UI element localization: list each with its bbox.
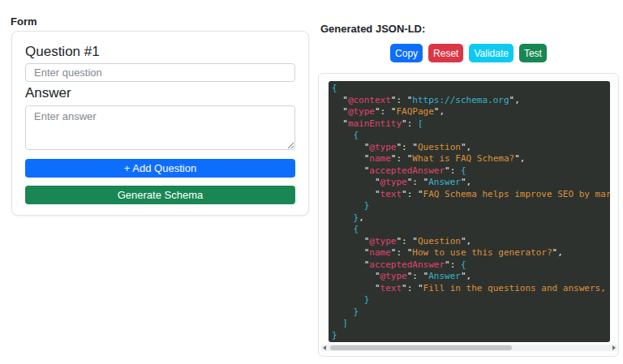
code-line: "@type": "Question", — [332, 236, 610, 248]
code-line: } — [332, 294, 610, 306]
code-line: { — [332, 224, 610, 236]
answer-heading: Answer — [25, 85, 71, 101]
copy-button[interactable]: Copy — [390, 44, 423, 62]
code-line: "name": "What is FAQ Schema?", — [332, 153, 610, 165]
code-line: { — [332, 130, 610, 142]
code-line: "mainEntity": [ — [332, 118, 610, 131]
code-line: ] — [332, 318, 610, 330]
code-line: "@context": "https://schema.org", — [332, 95, 610, 107]
code-line: } — [332, 330, 610, 342]
output-panel-title: Generated JSON-LD: — [320, 23, 425, 35]
question-heading: Question #1 — [25, 44, 100, 60]
code-line: "text": "FAQ Schema helps improve SEO by… — [332, 189, 610, 201]
code-line: } — [332, 306, 610, 319]
generate-schema-button[interactable]: Generate Schema — [25, 186, 295, 204]
json-output-container: { "@context": "https://schema.org", "@ty… — [318, 73, 619, 357]
code-line: "@type": "FAQPage", — [332, 106, 610, 118]
code-line: { — [332, 83, 610, 95]
reset-button[interactable]: Reset — [428, 44, 463, 62]
scroll-left-arrow-icon[interactable] — [321, 345, 329, 351]
code-line: } — [332, 200, 610, 212]
code-line: "acceptedAnswer": { — [332, 259, 610, 272]
code-line: "name": "How to use this generator?", — [332, 247, 610, 259]
add-question-button[interactable]: + Add Question — [25, 159, 295, 178]
code-line: "@type": "Answer", — [332, 271, 610, 283]
scroll-right-arrow-icon[interactable] — [610, 345, 617, 351]
code-block[interactable]: { "@context": "https://schema.org", "@ty… — [329, 81, 610, 342]
code-line: "acceptedAnswer": { — [332, 165, 610, 178]
code-line: "text": "Fill in the questions and answe… — [332, 283, 610, 295]
question-form-card: Question #1 Answer + Add Question Genera… — [11, 31, 309, 216]
validate-button[interactable]: Validate — [469, 44, 513, 62]
answer-textarea[interactable] — [25, 105, 295, 150]
question-input[interactable] — [25, 63, 295, 82]
code-line: "@type": "Question", — [332, 142, 610, 154]
action-button-row: CopyResetValidateTest — [318, 44, 619, 62]
form-panel-title: Form — [11, 15, 37, 28]
code-line: }, — [332, 212, 610, 225]
scrollbar-thumb[interactable] — [330, 345, 512, 350]
code-line: "@type": "Answer", — [332, 177, 610, 189]
horizontal-scrollbar[interactable] — [321, 345, 617, 351]
test-button[interactable]: Test — [519, 44, 547, 62]
